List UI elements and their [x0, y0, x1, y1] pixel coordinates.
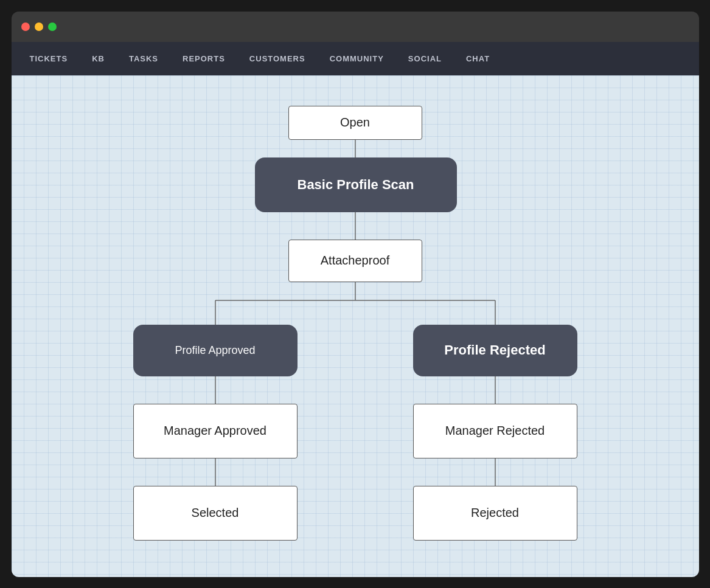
- main-content: Open Basic Profile Scan Attacheproof Pro…: [12, 75, 699, 577]
- nav-reports[interactable]: REPORTS: [183, 54, 225, 63]
- nav-tasks[interactable]: TASKS: [129, 54, 158, 63]
- node-profile-rejected: Profile Rejected: [413, 325, 577, 376]
- node-manager-approved: Manager Approved: [133, 404, 298, 458]
- node-profile-approved: Profile Approved: [133, 325, 298, 376]
- node-open: Open: [288, 106, 422, 140]
- node-attacheproof: Attacheproof: [288, 240, 422, 282]
- nav-chat[interactable]: CHAT: [466, 54, 490, 63]
- node-manager-rejected: Manager Rejected: [413, 404, 577, 458]
- nav-social[interactable]: SOCIAL: [408, 54, 442, 63]
- nav-bar: TICKETS KB TASKS REPORTS CUSTOMERS COMMU…: [12, 42, 699, 75]
- maximize-dot[interactable]: [48, 22, 57, 31]
- app-window: TICKETS KB TASKS REPORTS CUSTOMERS COMMU…: [12, 12, 699, 577]
- flowchart: Open Basic Profile Scan Attacheproof Pro…: [82, 94, 629, 577]
- node-selected: Selected: [133, 486, 298, 541]
- minimize-dot[interactable]: [35, 22, 43, 31]
- nav-community[interactable]: COMMUNITY: [330, 54, 384, 63]
- node-basic-profile-scan: Basic Profile Scan: [255, 157, 457, 212]
- node-rejected: Rejected: [413, 486, 577, 541]
- nav-customers[interactable]: CUSTOMERS: [249, 54, 305, 63]
- title-bar: [12, 12, 699, 42]
- close-dot[interactable]: [21, 22, 30, 31]
- nav-kb[interactable]: KB: [92, 54, 105, 63]
- nav-tickets[interactable]: TICKETS: [30, 54, 68, 63]
